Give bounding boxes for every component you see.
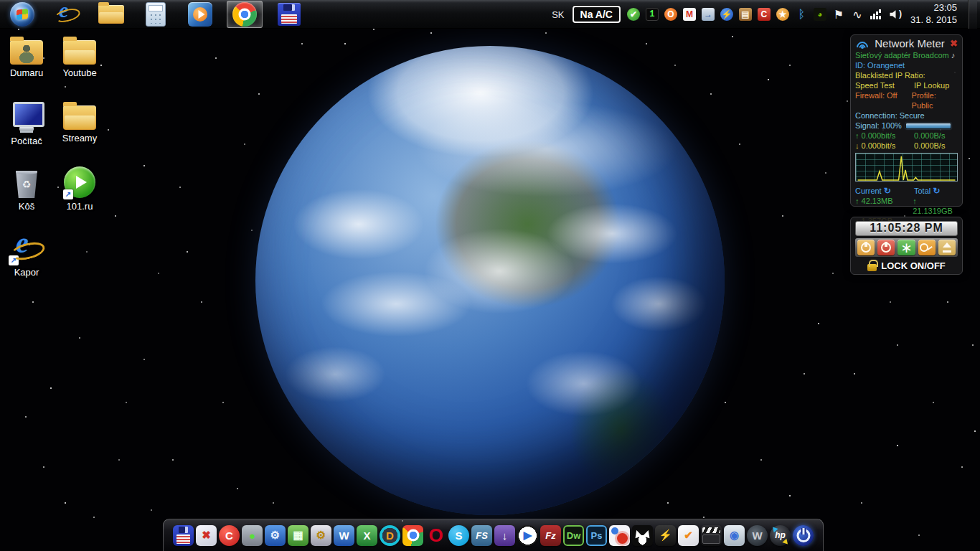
desktop-icon-image <box>9 101 44 133</box>
signal-label: Signal: 100% <box>855 121 902 131</box>
dock-word[interactable]: W <box>333 522 356 548</box>
gadget-title: Network Meter <box>873 39 946 49</box>
refresh-total-icon[interactable]: ↻ <box>933 186 940 196</box>
dock-faststone[interactable]: FS <box>471 522 494 548</box>
tray-bluetooth-icon[interactable]: ᛒ <box>795 8 808 21</box>
dock-icon: S <box>448 525 469 546</box>
lock-toggle[interactable]: LOCK ON/OFF <box>855 260 958 271</box>
dock-media-converter[interactable]: ◉ <box>723 522 746 548</box>
dock-icon <box>402 525 423 546</box>
total-uploaded: 21.1319GB <box>913 207 953 215</box>
desktop-icon-youtube[interactable]: Youtube <box>54 36 105 78</box>
dock-check-utility[interactable]: ✔ <box>677 522 700 548</box>
logoff-button[interactable] <box>918 240 936 255</box>
dock-movie-clapper[interactable] <box>700 522 723 548</box>
clock-time: 23:05 <box>933 2 957 13</box>
language-indicator[interactable]: SK <box>550 9 565 20</box>
earth-wallpaper <box>255 46 725 515</box>
tray-clipboard-icon[interactable]: ▤ <box>739 8 752 21</box>
tray-flash-icon[interactable]: ⚡ <box>720 8 733 21</box>
tray-power-plug-icon[interactable]: ∿ <box>851 8 864 21</box>
dock-icon <box>793 525 814 546</box>
ip-lookup-link[interactable]: IP Lookup <box>914 80 949 90</box>
taskbar-chrome[interactable] <box>227 1 263 28</box>
dock-icon: ✔ <box>678 525 699 546</box>
dock-icon: ▶ <box>517 525 538 546</box>
tray-comodo-icon[interactable]: C <box>758 8 771 21</box>
taskbar-media-player[interactable] <box>182 1 218 28</box>
tray-backup-icon[interactable]: → <box>702 8 715 21</box>
speed-test-link[interactable]: Speed Test <box>855 80 914 90</box>
tray-indicator-icon[interactable]: 1 <box>646 8 659 21</box>
tray-orange-app-icon[interactable]: O <box>664 8 677 21</box>
dock-media-player[interactable]: ▶ <box>517 522 540 548</box>
close-icon[interactable]: ✖ <box>950 39 958 49</box>
dock-winamp[interactable]: ⚡ <box>654 522 677 548</box>
desktop-icon-kapor[interactable]: Kapor <box>1 232 52 278</box>
desktop-icon-label: Kapor <box>14 267 39 278</box>
dock-ccleaner[interactable]: C <box>218 522 241 548</box>
upload-arrow-icon: ↑ <box>855 131 859 140</box>
dock-system-tool[interactable]: ⚙ <box>264 522 287 548</box>
dock-disk-cleaner[interactable]: ● <box>241 522 264 548</box>
shutdown-button[interactable] <box>877 240 895 255</box>
dock-save[interactable] <box>172 522 195 548</box>
dock-download-manager[interactable]: ↓ <box>494 522 517 548</box>
desktop-icon-label: 101.ru <box>67 201 93 212</box>
dock-excel[interactable]: X <box>356 522 379 548</box>
desktop-screen: SK Na A/C ✔ 1 O M → ⚡ ▤ C <box>0 0 980 551</box>
dock-opera[interactable]: O <box>425 522 448 548</box>
lock-label: LOCK ON/OFF <box>881 260 946 271</box>
dock-skype[interactable]: S <box>448 522 471 548</box>
tray-action-center-flag-icon[interactable]: ⚑ <box>832 8 845 21</box>
dock-filezilla[interactable]: Fz <box>540 522 562 548</box>
dock-photoshop[interactable]: Ps <box>585 522 608 548</box>
taskbar-pinned-area <box>0 1 307 28</box>
adapter-line: Sieťový adaptér Broadcom ♪ <box>855 50 958 60</box>
desktop-icon-label: Youtube <box>62 67 96 78</box>
show-desktop-button[interactable] <box>968 0 977 29</box>
dock-icon: hp <box>770 525 791 546</box>
desktop-icon-kos[interactable]: Kôš <box>1 166 52 212</box>
taskbar-save[interactable] <box>271 1 307 28</box>
tray-certificate-icon[interactable]: ✔ <box>627 8 640 21</box>
dock-daemon-tools[interactable]: D <box>379 522 402 548</box>
dock-foobar2000[interactable] <box>631 522 654 548</box>
desktop-icon-image <box>9 232 44 264</box>
dock-driver-tool[interactable]: ⚙ <box>310 522 333 548</box>
dock-capture-tool[interactable] <box>608 522 631 548</box>
tray-nvidia-icon[interactable]: ◕ <box>814 8 826 21</box>
dock-memory-optimizer[interactable]: ▦ <box>287 522 310 548</box>
taskbar-clock[interactable]: 23:05 31. 8. 2015 <box>908 2 961 27</box>
dock-hp[interactable]: hp <box>769 522 792 548</box>
desktop-icon-streamy[interactable]: Streamy <box>54 101 105 143</box>
gadget-time-display: 11:05:28 PM <box>855 221 958 236</box>
standby-button[interactable] <box>857 240 875 255</box>
taskbar-ie[interactable] <box>49 1 85 28</box>
system-tray: SK Na A/C ✔ 1 O M → ⚡ ▤ C <box>550 0 980 29</box>
current-up-arrow-icon: ↑ <box>855 197 859 205</box>
start-button[interactable] <box>4 1 40 28</box>
dock-dreamweaver[interactable]: Dw <box>562 522 585 548</box>
current-label: Current <box>855 187 882 195</box>
desktop-icon-image <box>14 168 39 198</box>
tray-gmail-icon[interactable]: M <box>683 8 696 21</box>
taskbar-calculator[interactable] <box>138 1 174 28</box>
desktop-icon-dumaru[interactable]: Dumaru <box>1 36 52 78</box>
windows-orb-icon <box>10 2 34 27</box>
taskbar-explorer[interactable] <box>93 1 129 28</box>
refresh-current-icon[interactable]: ↻ <box>884 186 891 196</box>
dock-uninstaller[interactable]: ✖ <box>195 522 218 548</box>
tray-volume-icon[interactable] <box>888 8 901 21</box>
desktop-icon-pocitac[interactable]: Počítač <box>1 101 52 146</box>
dock-world-of-tanks[interactable]: W <box>746 522 769 548</box>
tray-network-bars-icon[interactable] <box>870 8 882 21</box>
dock-chrome[interactable] <box>402 522 425 548</box>
dock-power[interactable] <box>792 522 815 548</box>
tray-star-icon[interactable]: ★ <box>776 8 789 21</box>
signal-strength-bar <box>905 123 951 129</box>
desktop-icon-101ru[interactable]: 101.ru <box>54 166 105 212</box>
restart-button[interactable] <box>897 240 915 255</box>
dock-icon <box>609 525 630 546</box>
eject-button[interactable] <box>938 240 956 255</box>
